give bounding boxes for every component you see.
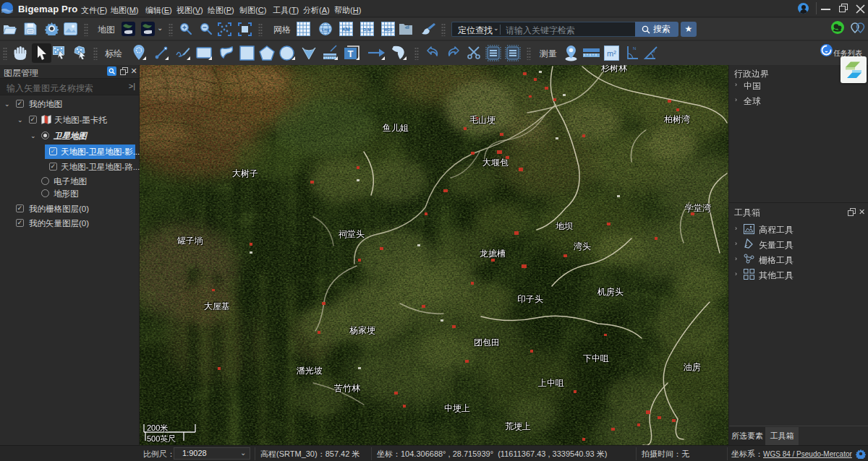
svg-text:KM: KM: [342, 27, 350, 32]
svg-text:D,M: D,M: [363, 27, 371, 32]
svg-text:m²: m²: [607, 49, 616, 58]
svg-text:N: N: [633, 46, 636, 51]
svg-text:T: T: [348, 48, 354, 59]
svg-text:θ: θ: [652, 49, 655, 53]
svg-text:Lng: Lng: [322, 27, 329, 32]
svg-text:WGS: WGS: [384, 27, 393, 32]
